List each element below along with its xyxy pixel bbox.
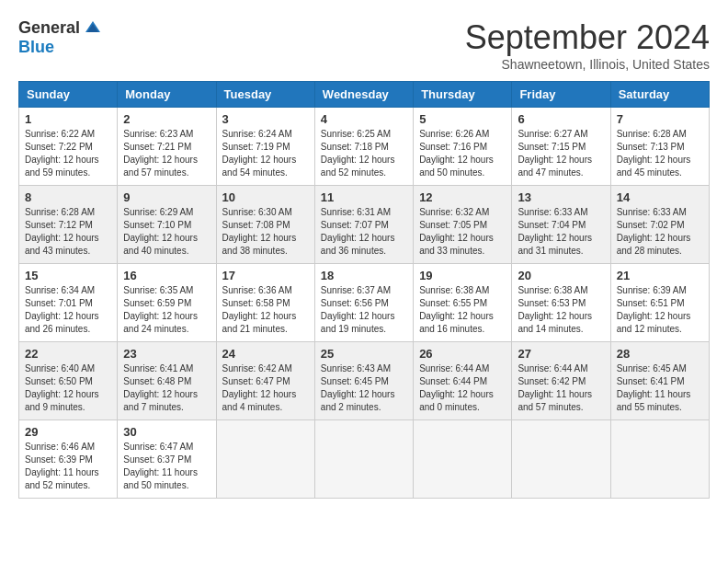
day-info: Sunrise: 6:47 AMSunset: 6:37 PMDaylight:… (123, 441, 210, 492)
day-number: 15 (25, 269, 111, 282)
calendar-day-cell: 16Sunrise: 6:35 AMSunset: 6:59 PMDayligh… (118, 264, 216, 342)
calendar-day-cell: 2Sunrise: 6:23 AMSunset: 7:21 PMDaylight… (118, 108, 216, 186)
calendar-table: SundayMondayTuesdayWednesdayThursdayFrid… (18, 81, 710, 499)
calendar-day-cell: 5Sunrise: 6:26 AMSunset: 7:16 PMDaylight… (414, 108, 512, 186)
day-number: 4 (321, 112, 407, 126)
day-info: Sunrise: 6:33 AMSunset: 7:02 PMDaylight:… (617, 206, 703, 258)
day-info: Sunrise: 6:22 AMSunset: 7:22 PMDaylight:… (25, 128, 111, 179)
calendar-day-cell: 10Sunrise: 6:30 AMSunset: 7:08 PMDayligh… (216, 186, 314, 264)
day-info: Sunrise: 6:41 AMSunset: 6:48 PMDaylight:… (123, 362, 210, 414)
day-number: 10 (222, 190, 309, 204)
day-info: Sunrise: 6:37 AMSunset: 6:56 PMDaylight:… (321, 284, 407, 336)
day-number: 21 (617, 269, 703, 282)
calendar-header-row: SundayMondayTuesdayWednesdayThursdayFrid… (19, 82, 710, 108)
day-info: Sunrise: 6:28 AMSunset: 7:12 PMDaylight:… (25, 206, 111, 258)
calendar-day-cell (216, 420, 314, 499)
day-info: Sunrise: 6:31 AMSunset: 7:07 PMDaylight:… (321, 206, 407, 258)
calendar-day-cell: 26Sunrise: 6:44 AMSunset: 6:44 PMDayligh… (414, 342, 512, 420)
day-info: Sunrise: 6:28 AMSunset: 7:13 PMDaylight:… (617, 128, 703, 179)
logo: General Blue (18, 18, 102, 57)
day-info: Sunrise: 6:38 AMSunset: 6:53 PMDaylight:… (518, 284, 604, 336)
day-number: 5 (419, 112, 506, 126)
calendar-day-cell: 15Sunrise: 6:34 AMSunset: 7:01 PMDayligh… (19, 264, 118, 342)
calendar-day-cell: 7Sunrise: 6:28 AMSunset: 7:13 PMDaylight… (610, 108, 709, 186)
logo-icon (84, 19, 102, 38)
day-info: Sunrise: 6:27 AMSunset: 7:15 PMDaylight:… (518, 128, 604, 179)
day-number: 28 (617, 347, 703, 361)
calendar-day-header: Thursday (414, 82, 512, 108)
month-title: September 2024 (465, 18, 710, 57)
day-info: Sunrise: 6:46 AMSunset: 6:39 PMDaylight:… (25, 441, 111, 492)
day-number: 9 (123, 190, 210, 204)
calendar-day-cell: 18Sunrise: 6:37 AMSunset: 6:56 PMDayligh… (314, 264, 413, 342)
day-info: Sunrise: 6:44 AMSunset: 6:42 PMDaylight:… (518, 362, 604, 414)
calendar-day-cell: 25Sunrise: 6:43 AMSunset: 6:45 PMDayligh… (314, 342, 413, 420)
day-number: 27 (518, 347, 604, 361)
day-info: Sunrise: 6:36 AMSunset: 6:58 PMDaylight:… (222, 284, 309, 336)
day-info: Sunrise: 6:40 AMSunset: 6:50 PMDaylight:… (25, 362, 111, 414)
calendar-week-row: 8Sunrise: 6:28 AMSunset: 7:12 PMDaylight… (19, 186, 710, 264)
calendar-day-cell: 20Sunrise: 6:38 AMSunset: 6:53 PMDayligh… (512, 264, 610, 342)
day-info: Sunrise: 6:30 AMSunset: 7:08 PMDaylight:… (222, 206, 309, 258)
day-info: Sunrise: 6:26 AMSunset: 7:16 PMDaylight:… (419, 128, 506, 179)
calendar-day-cell: 22Sunrise: 6:40 AMSunset: 6:50 PMDayligh… (19, 342, 118, 420)
calendar-day-header: Tuesday (216, 82, 314, 108)
logo-general-text: General (18, 18, 80, 38)
day-info: Sunrise: 6:25 AMSunset: 7:18 PMDaylight:… (321, 128, 407, 179)
calendar-week-row: 15Sunrise: 6:34 AMSunset: 7:01 PMDayligh… (19, 264, 710, 342)
calendar-day-header: Friday (512, 82, 610, 108)
day-number: 18 (321, 269, 407, 282)
calendar-day-cell: 6Sunrise: 6:27 AMSunset: 7:15 PMDaylight… (512, 108, 610, 186)
calendar-day-cell: 9Sunrise: 6:29 AMSunset: 7:10 PMDaylight… (118, 186, 216, 264)
day-number: 12 (419, 190, 506, 204)
day-info: Sunrise: 6:39 AMSunset: 6:51 PMDaylight:… (617, 284, 703, 336)
calendar-day-cell (512, 420, 610, 499)
day-number: 20 (518, 269, 604, 282)
calendar-day-cell: 4Sunrise: 6:25 AMSunset: 7:18 PMDaylight… (314, 108, 413, 186)
day-info: Sunrise: 6:32 AMSunset: 7:05 PMDaylight:… (419, 206, 506, 258)
calendar-day-cell: 1Sunrise: 6:22 AMSunset: 7:22 PMDaylight… (19, 108, 118, 186)
calendar-day-cell: 17Sunrise: 6:36 AMSunset: 6:58 PMDayligh… (216, 264, 314, 342)
day-info: Sunrise: 6:43 AMSunset: 6:45 PMDaylight:… (321, 362, 407, 414)
day-number: 25 (321, 347, 407, 361)
day-info: Sunrise: 6:44 AMSunset: 6:44 PMDaylight:… (419, 362, 506, 414)
logo-blue-text: Blue (18, 38, 54, 57)
calendar-day-header: Sunday (19, 82, 118, 108)
calendar-day-header: Wednesday (314, 82, 413, 108)
calendar-day-cell: 19Sunrise: 6:38 AMSunset: 6:55 PMDayligh… (414, 264, 512, 342)
calendar-day-cell: 23Sunrise: 6:41 AMSunset: 6:48 PMDayligh… (118, 342, 216, 420)
day-number: 8 (25, 190, 111, 204)
day-info: Sunrise: 6:38 AMSunset: 6:55 PMDaylight:… (419, 284, 506, 336)
calendar-day-cell: 11Sunrise: 6:31 AMSunset: 7:07 PMDayligh… (314, 186, 413, 264)
day-info: Sunrise: 6:23 AMSunset: 7:21 PMDaylight:… (123, 128, 210, 179)
title-section: September 2024 Shawneetown, Illinois, Un… (465, 18, 710, 72)
calendar-day-cell: 30Sunrise: 6:47 AMSunset: 6:37 PMDayligh… (118, 420, 216, 499)
day-info: Sunrise: 6:33 AMSunset: 7:04 PMDaylight:… (518, 206, 604, 258)
calendar-day-cell: 8Sunrise: 6:28 AMSunset: 7:12 PMDaylight… (19, 186, 118, 264)
day-number: 19 (419, 269, 506, 282)
calendar-day-cell: 14Sunrise: 6:33 AMSunset: 7:02 PMDayligh… (610, 186, 709, 264)
calendar-day-cell (314, 420, 413, 499)
day-number: 3 (222, 112, 309, 126)
page-header: General Blue September 2024 Shawneetown,… (18, 18, 710, 72)
calendar-week-row: 22Sunrise: 6:40 AMSunset: 6:50 PMDayligh… (19, 342, 710, 420)
day-number: 23 (123, 347, 210, 361)
calendar-day-cell: 29Sunrise: 6:46 AMSunset: 6:39 PMDayligh… (19, 420, 118, 499)
calendar-week-row: 1Sunrise: 6:22 AMSunset: 7:22 PMDaylight… (19, 108, 710, 186)
day-number: 6 (518, 112, 604, 126)
day-number: 7 (617, 112, 703, 126)
day-info: Sunrise: 6:42 AMSunset: 6:47 PMDaylight:… (222, 362, 309, 414)
day-number: 13 (518, 190, 604, 204)
location-subtitle: Shawneetown, Illinois, United States (465, 57, 710, 72)
calendar-day-cell: 12Sunrise: 6:32 AMSunset: 7:05 PMDayligh… (414, 186, 512, 264)
day-number: 1 (25, 112, 111, 126)
day-number: 26 (419, 347, 506, 361)
day-number: 14 (617, 190, 703, 204)
calendar-day-cell: 13Sunrise: 6:33 AMSunset: 7:04 PMDayligh… (512, 186, 610, 264)
day-number: 30 (123, 425, 210, 439)
day-number: 22 (25, 347, 111, 361)
day-number: 29 (25, 425, 111, 439)
calendar-day-cell (414, 420, 512, 499)
day-number: 16 (123, 269, 210, 282)
day-info: Sunrise: 6:35 AMSunset: 6:59 PMDaylight:… (123, 284, 210, 336)
